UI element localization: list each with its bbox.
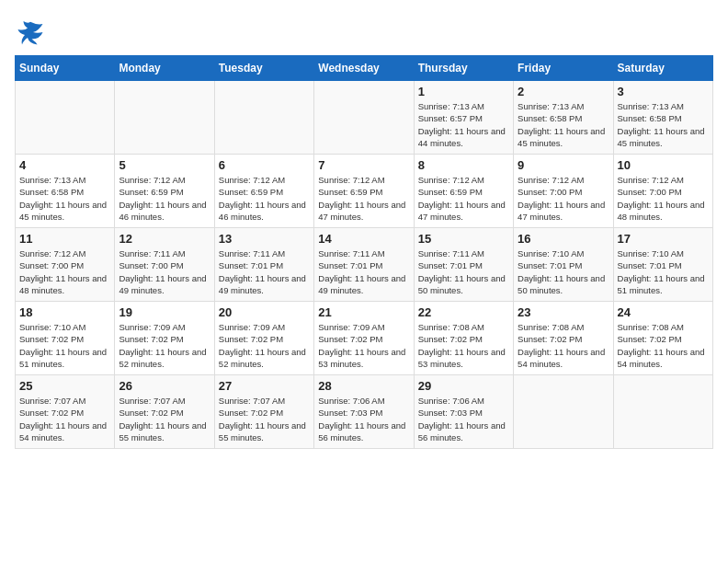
day-info: Sunrise: 7:06 AMSunset: 7:03 PMDaylight:…	[318, 395, 409, 443]
day-info: Sunrise: 7:08 AMSunset: 7:02 PMDaylight:…	[418, 321, 509, 370]
day-number: 8	[418, 158, 509, 172]
header-day-tuesday: Tuesday	[214, 56, 313, 81]
calendar-cell: 9Sunrise: 7:12 AMSunset: 7:00 PMDaylight…	[514, 155, 613, 228]
header	[15, 15, 713, 46]
day-info: Sunrise: 7:11 AMSunset: 7:01 PMDaylight:…	[318, 247, 409, 296]
calendar-cell: 22Sunrise: 7:08 AMSunset: 7:02 PMDayligh…	[414, 302, 513, 375]
day-info: Sunrise: 7:09 AMSunset: 7:02 PMDaylight:…	[318, 321, 409, 370]
day-info: Sunrise: 7:07 AMSunset: 7:02 PMDaylight:…	[19, 395, 110, 443]
calendar-cell: 23Sunrise: 7:08 AMSunset: 7:02 PMDayligh…	[514, 302, 613, 375]
day-info: Sunrise: 7:07 AMSunset: 7:02 PMDaylight:…	[219, 395, 310, 443]
header-day-thursday: Thursday	[414, 56, 513, 81]
calendar-cell: 14Sunrise: 7:11 AMSunset: 7:01 PMDayligh…	[314, 228, 414, 302]
day-info: Sunrise: 7:10 AMSunset: 7:01 PMDaylight:…	[518, 247, 609, 296]
day-number: 9	[518, 158, 609, 172]
calendar-cell: 19Sunrise: 7:09 AMSunset: 7:02 PMDayligh…	[115, 302, 214, 375]
calendar-cell: 24Sunrise: 7:08 AMSunset: 7:02 PMDayligh…	[613, 302, 712, 375]
calendar-cell: 25Sunrise: 7:07 AMSunset: 7:02 PMDayligh…	[16, 375, 115, 449]
calendar-cell	[115, 81, 214, 155]
day-number: 27	[219, 379, 310, 393]
day-number: 1	[418, 85, 509, 98]
day-info: Sunrise: 7:12 AMSunset: 7:00 PMDaylight:…	[618, 174, 709, 223]
calendar-cell: 1Sunrise: 7:13 AMSunset: 6:57 PMDaylight…	[414, 81, 513, 155]
day-number: 25	[19, 379, 110, 393]
calendar-cell	[613, 375, 712, 449]
calendar-header-row: SundayMondayTuesdayWednesdayThursdayFrid…	[16, 56, 713, 81]
calendar-cell: 4Sunrise: 7:13 AMSunset: 6:58 PMDaylight…	[16, 155, 115, 228]
day-number: 19	[119, 305, 210, 319]
day-info: Sunrise: 7:09 AMSunset: 7:02 PMDaylight:…	[219, 321, 310, 370]
calendar-cell: 20Sunrise: 7:09 AMSunset: 7:02 PMDayligh…	[214, 302, 313, 375]
day-number: 16	[518, 232, 609, 246]
calendar-cell	[16, 81, 115, 155]
calendar-cell: 29Sunrise: 7:06 AMSunset: 7:03 PMDayligh…	[414, 375, 513, 449]
header-day-friday: Friday	[514, 56, 613, 81]
logo-bird-icon	[17, 18, 44, 46]
day-number: 4	[19, 158, 110, 172]
day-number: 15	[418, 232, 509, 246]
day-info: Sunrise: 7:08 AMSunset: 7:02 PMDaylight:…	[618, 321, 709, 370]
day-info: Sunrise: 7:13 AMSunset: 6:58 PMDaylight:…	[19, 174, 110, 223]
day-number: 6	[219, 158, 310, 172]
calendar-cell: 13Sunrise: 7:11 AMSunset: 7:01 PMDayligh…	[214, 228, 313, 302]
calendar-cell: 5Sunrise: 7:12 AMSunset: 6:59 PMDaylight…	[115, 155, 214, 228]
logo	[15, 18, 44, 46]
calendar-cell: 7Sunrise: 7:12 AMSunset: 6:59 PMDaylight…	[314, 155, 414, 228]
calendar-cell: 26Sunrise: 7:07 AMSunset: 7:02 PMDayligh…	[115, 375, 214, 449]
day-number: 22	[418, 305, 509, 319]
day-number: 28	[318, 379, 409, 393]
day-number: 23	[518, 305, 609, 319]
day-number: 3	[618, 85, 709, 98]
day-number: 2	[518, 85, 609, 98]
day-info: Sunrise: 7:11 AMSunset: 7:01 PMDaylight:…	[219, 247, 310, 296]
calendar-week-row: 18Sunrise: 7:10 AMSunset: 7:02 PMDayligh…	[16, 302, 713, 375]
day-number: 13	[219, 232, 310, 246]
day-info: Sunrise: 7:12 AMSunset: 6:59 PMDaylight:…	[418, 174, 509, 223]
day-number: 14	[318, 232, 409, 246]
day-info: Sunrise: 7:06 AMSunset: 7:03 PMDaylight:…	[418, 395, 509, 443]
calendar-cell: 18Sunrise: 7:10 AMSunset: 7:02 PMDayligh…	[16, 302, 115, 375]
day-number: 5	[119, 158, 210, 172]
day-number: 21	[318, 305, 409, 319]
calendar-cell: 15Sunrise: 7:11 AMSunset: 7:01 PMDayligh…	[414, 228, 513, 302]
header-day-sunday: Sunday	[16, 56, 115, 81]
day-number: 7	[318, 158, 409, 172]
calendar-cell: 2Sunrise: 7:13 AMSunset: 6:58 PMDaylight…	[514, 81, 613, 155]
calendar-cell: 3Sunrise: 7:13 AMSunset: 6:58 PMDaylight…	[613, 81, 712, 155]
day-number: 10	[618, 158, 709, 172]
calendar-week-row: 11Sunrise: 7:12 AMSunset: 7:00 PMDayligh…	[16, 228, 713, 302]
day-info: Sunrise: 7:12 AMSunset: 6:59 PMDaylight:…	[318, 174, 409, 223]
header-day-saturday: Saturday	[613, 56, 712, 81]
day-info: Sunrise: 7:07 AMSunset: 7:02 PMDaylight:…	[119, 395, 210, 443]
day-info: Sunrise: 7:11 AMSunset: 7:01 PMDaylight:…	[418, 247, 509, 296]
calendar-cell: 17Sunrise: 7:10 AMSunset: 7:01 PMDayligh…	[613, 228, 712, 302]
day-info: Sunrise: 7:13 AMSunset: 6:58 PMDaylight:…	[618, 100, 709, 149]
day-number: 18	[19, 305, 110, 319]
day-info: Sunrise: 7:11 AMSunset: 7:00 PMDaylight:…	[119, 247, 210, 296]
day-number: 29	[418, 379, 509, 393]
day-info: Sunrise: 7:12 AMSunset: 6:59 PMDaylight:…	[219, 174, 310, 223]
day-number: 24	[618, 305, 709, 319]
calendar-cell: 28Sunrise: 7:06 AMSunset: 7:03 PMDayligh…	[314, 375, 414, 449]
day-info: Sunrise: 7:12 AMSunset: 6:59 PMDaylight:…	[119, 174, 210, 223]
day-info: Sunrise: 7:08 AMSunset: 7:02 PMDaylight:…	[518, 321, 609, 370]
calendar-cell: 6Sunrise: 7:12 AMSunset: 6:59 PMDaylight…	[214, 155, 313, 228]
day-number: 11	[19, 232, 110, 246]
day-info: Sunrise: 7:12 AMSunset: 7:00 PMDaylight:…	[19, 247, 110, 296]
day-info: Sunrise: 7:10 AMSunset: 7:01 PMDaylight:…	[618, 247, 709, 296]
header-day-monday: Monday	[115, 56, 214, 81]
calendar-cell: 12Sunrise: 7:11 AMSunset: 7:00 PMDayligh…	[115, 228, 214, 302]
day-info: Sunrise: 7:13 AMSunset: 6:57 PMDaylight:…	[418, 100, 509, 149]
calendar-cell: 8Sunrise: 7:12 AMSunset: 6:59 PMDaylight…	[414, 155, 513, 228]
calendar-week-row: 4Sunrise: 7:13 AMSunset: 6:58 PMDaylight…	[16, 155, 713, 228]
day-info: Sunrise: 7:10 AMSunset: 7:02 PMDaylight:…	[19, 321, 110, 370]
day-number: 17	[618, 232, 709, 246]
calendar-cell	[214, 81, 313, 155]
calendar-week-row: 1Sunrise: 7:13 AMSunset: 6:57 PMDaylight…	[16, 81, 713, 155]
day-info: Sunrise: 7:13 AMSunset: 6:58 PMDaylight:…	[518, 100, 609, 149]
calendar-cell	[314, 81, 414, 155]
calendar-cell: 11Sunrise: 7:12 AMSunset: 7:00 PMDayligh…	[16, 228, 115, 302]
day-info: Sunrise: 7:12 AMSunset: 7:00 PMDaylight:…	[518, 174, 609, 223]
calendar-cell: 27Sunrise: 7:07 AMSunset: 7:02 PMDayligh…	[214, 375, 313, 449]
day-info: Sunrise: 7:09 AMSunset: 7:02 PMDaylight:…	[119, 321, 210, 370]
